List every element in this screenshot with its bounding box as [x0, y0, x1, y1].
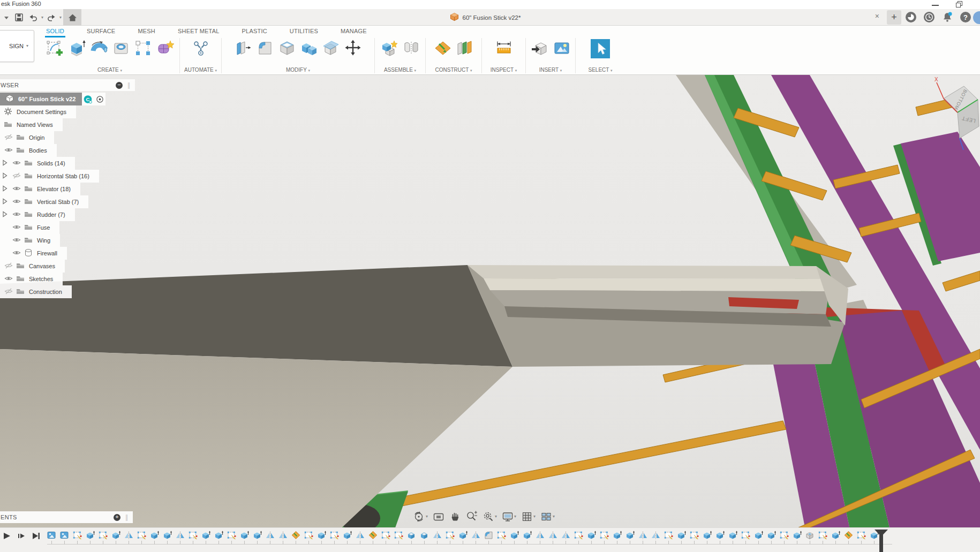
chevron-down-icon[interactable]: ▾ [41, 16, 43, 20]
timeline-feature-55-sketch[interactable] [741, 531, 750, 540]
timeline-feature-22-extrude[interactable] [317, 531, 326, 540]
panel-grip[interactable]: ║ [125, 515, 129, 520]
ribbon-tab-sheet-metal[interactable]: SHEET METAL [177, 27, 221, 37]
visibility-on-icon[interactable] [4, 274, 13, 284]
timeline-feature-41-mirror[interactable] [561, 531, 570, 540]
timeline-feature-5-sketch[interactable] [99, 531, 108, 540]
browser-item-solids-14[interactable]: Solids (14) [0, 157, 135, 170]
timeline-feature-17-extrude[interactable] [253, 531, 262, 540]
timeline-feature-58-sketch[interactable] [780, 531, 789, 540]
visibility-on-icon[interactable] [12, 197, 21, 207]
timeline-feature-42-sketch[interactable] [574, 531, 583, 540]
timeline-feature-54-extrude[interactable] [728, 531, 737, 540]
tool-measure-button[interactable] [495, 39, 513, 59]
timeline-feature-38-extrude[interactable] [523, 531, 532, 540]
visibility-on-icon[interactable] [12, 210, 21, 220]
close-tab-icon[interactable]: × [875, 12, 879, 20]
help-icon[interactable]: ? [960, 11, 971, 25]
timeline-feature-47-mirror[interactable] [638, 531, 647, 540]
browser-item-origin[interactable]: Origin [0, 131, 135, 144]
tool-split-body-button[interactable] [322, 39, 340, 59]
timeline-feature-19-mirror[interactable] [278, 531, 288, 540]
nav-look-at-button[interactable] [433, 511, 444, 523]
window-restore-button[interactable] [956, 1, 962, 7]
3d-viewport[interactable]: X BOTTOM LEFT WSER − ║ 60" Fusion Stick … [0, 75, 980, 552]
timeline-feature-31-mirror[interactable] [433, 531, 442, 540]
sync-status-icon[interactable]: C [82, 95, 94, 104]
nav-viewports-button[interactable]: ▾ [540, 511, 555, 523]
timeline-feature-61-sketch[interactable] [818, 531, 827, 540]
browser-item-wing[interactable]: Wing [0, 234, 135, 247]
timeline-feature-24-extrude[interactable] [343, 531, 352, 540]
tool-create-sketch-button[interactable] [46, 39, 64, 59]
timeline-feature-8-sketch[interactable] [137, 531, 146, 540]
timeline-feature-57-extrude[interactable] [767, 531, 776, 540]
browser-item-sketches[interactable]: Sketches [0, 273, 135, 285]
timeline-feature-21-sketch[interactable] [304, 531, 313, 540]
fuselage-tray-far-rim[interactable] [468, 265, 833, 279]
visibility-on-icon[interactable] [4, 146, 13, 155]
timeline-feature-12-sketch[interactable] [189, 531, 198, 540]
timeline-feature-26-plane[interactable] [368, 531, 378, 540]
nav-fit-button[interactable]: ▾ [483, 511, 497, 523]
timeline-feature-9-extrude[interactable] [150, 531, 159, 540]
ribbon-group-label[interactable]: INSPECT ▾ [482, 67, 525, 73]
tool-automate-button[interactable] [192, 39, 210, 59]
tool-pattern-button[interactable] [134, 39, 152, 59]
timeline-feature-64-sketch[interactable] [857, 531, 866, 540]
collapse-panel-button[interactable]: − [116, 82, 123, 89]
browser-item-fuse[interactable]: Fuse [0, 221, 135, 234]
timeline-feature-49-sketch[interactable] [664, 531, 673, 540]
timeline-feature-36-sketch[interactable] [497, 531, 506, 540]
browser-item-canvases[interactable]: Canvases [0, 260, 135, 273]
timeline-feature-56-extrude[interactable] [754, 531, 763, 540]
undo-button[interactable] [27, 9, 40, 26]
expand-comments-button[interactable]: + [114, 514, 120, 521]
ribbon-tab-plastic[interactable]: PLASTIC [241, 27, 268, 37]
timeline-feature-60-shell[interactable] [805, 531, 815, 540]
timeline-feature-33-extrude[interactable] [458, 531, 468, 540]
timeline-feature-51-sketch[interactable] [690, 531, 699, 540]
tool-canvas-button[interactable] [553, 39, 571, 59]
home-button[interactable] [63, 9, 81, 26]
timeline-feature-7-mirror[interactable] [124, 531, 133, 540]
tool-create-form-button[interactable] [156, 39, 174, 59]
timeline-feature-63-plane[interactable] [844, 531, 853, 540]
ribbon-group-label[interactable]: AUTOMATE ▾ [180, 67, 221, 73]
visibility-on-icon[interactable] [12, 236, 21, 245]
browser-item-horizontal-stab-16[interactable]: Horizontal Stab (16) [0, 170, 135, 183]
timeline-feature-1-canvas[interactable] [47, 531, 56, 540]
tool-select-button[interactable] [591, 39, 610, 58]
timeline-playhead-bar[interactable] [879, 534, 883, 552]
timeline-feature-46-extrude[interactable] [625, 531, 635, 540]
recent-icon[interactable] [923, 11, 935, 25]
nav-orbit-button[interactable]: ▾ [413, 511, 428, 523]
fuselage-tray-inner-far-wall[interactable] [484, 278, 833, 291]
timeline-step-forward-button[interactable] [17, 532, 26, 542]
expand-arrow-icon[interactable] [1, 158, 9, 168]
nav-grid-button[interactable]: ▾ [521, 511, 536, 523]
expand-arrow-icon[interactable] [1, 210, 9, 220]
timeline-feature-25-mirror[interactable] [356, 531, 365, 540]
chevron-down-icon[interactable]: ▾ [59, 16, 62, 20]
visibility-on-icon[interactable] [12, 184, 21, 194]
ribbon-tab-surface[interactable]: SURFACE [86, 27, 116, 37]
window-minimize-button[interactable] [932, 5, 939, 6]
notifications-icon[interactable] [941, 11, 953, 25]
browser-item-document-settings[interactable]: Document Settings [0, 105, 135, 118]
timeline-feature-16-extrude[interactable] [240, 531, 249, 540]
extensions-icon[interactable] [905, 11, 917, 25]
tool-midplane-button[interactable] [456, 39, 474, 59]
browser-item-construction[interactable]: Construction [0, 285, 135, 298]
timeline-feature-53-extrude[interactable] [715, 531, 725, 540]
timeline-feature-23-sketch[interactable] [330, 531, 339, 540]
visibility-off-icon[interactable] [4, 133, 13, 142]
timeline-go-to-end-button[interactable] [32, 532, 40, 542]
timeline-feature-43-extrude[interactable] [587, 531, 596, 540]
ribbon-group-label[interactable]: ASSEMBLE ▾ [375, 67, 425, 73]
timeline-feature-3-sketch[interactable] [73, 531, 82, 540]
tool-hole-button[interactable] [112, 39, 130, 59]
new-tab-button[interactable]: + [887, 10, 901, 25]
expand-arrow-icon[interactable] [1, 171, 9, 181]
tool-combine-button[interactable] [300, 39, 318, 59]
